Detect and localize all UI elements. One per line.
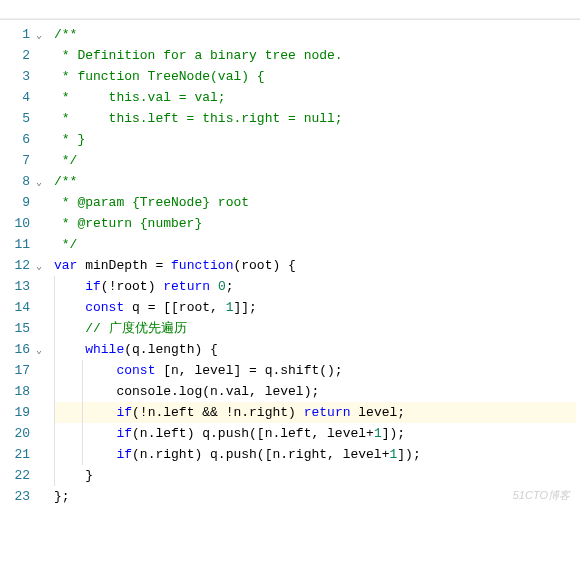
- line-number: 16⌄: [0, 339, 32, 360]
- line-number: 12⌄: [0, 255, 32, 276]
- code-line[interactable]: if(n.right) q.push([n.right, level+1]);: [54, 444, 576, 465]
- fold-chevron-icon[interactable]: ⌄: [36, 172, 42, 193]
- line-number: 21: [0, 444, 32, 465]
- code-line[interactable]: * function TreeNode(val) {: [54, 66, 576, 87]
- code-line[interactable]: if(!root) return 0;: [54, 276, 576, 297]
- line-number: 23: [0, 486, 32, 507]
- line-number: 3: [0, 66, 32, 87]
- code-content[interactable]: /** * Definition for a binary tree node.…: [38, 20, 580, 511]
- line-number: 13: [0, 276, 32, 297]
- watermark-text: 51CTO博客: [513, 487, 570, 505]
- code-line[interactable]: * this.val = val;: [54, 87, 576, 108]
- code-line[interactable]: // 广度优先遍历: [54, 318, 576, 339]
- code-line[interactable]: while(q.length) {: [54, 339, 576, 360]
- line-number: 2: [0, 45, 32, 66]
- code-line[interactable]: if(n.left) q.push([n.left, level+1]);: [54, 423, 576, 444]
- line-number: 7: [0, 150, 32, 171]
- line-number: 22: [0, 465, 32, 486]
- code-line[interactable]: */: [54, 150, 576, 171]
- line-number: 5: [0, 108, 32, 129]
- code-line[interactable]: var minDepth = function(root) {: [54, 255, 576, 276]
- line-number: 4: [0, 87, 32, 108]
- line-number: 14: [0, 297, 32, 318]
- code-line[interactable]: if(!n.left && !n.right) return level;: [54, 402, 576, 423]
- fold-chevron-icon[interactable]: ⌄: [36, 25, 42, 46]
- line-number: 8⌄: [0, 171, 32, 192]
- line-number: 9: [0, 192, 32, 213]
- code-line[interactable]: * @param {TreeNode} root: [54, 192, 576, 213]
- line-number: 20: [0, 423, 32, 444]
- code-line[interactable]: * }: [54, 129, 576, 150]
- line-number: 17: [0, 360, 32, 381]
- line-number-gutter: 1⌄2345678⌄9101112⌄13141516⌄1718192021222…: [0, 20, 38, 511]
- code-line[interactable]: * this.left = this.right = null;: [54, 108, 576, 129]
- line-number: 6: [0, 129, 32, 150]
- line-number: 11: [0, 234, 32, 255]
- editor-top-bar: [0, 0, 580, 19]
- line-number: 1⌄: [0, 24, 32, 45]
- code-line[interactable]: }: [54, 465, 576, 486]
- code-line[interactable]: console.log(n.val, level);: [54, 381, 576, 402]
- code-line[interactable]: const [n, level] = q.shift();: [54, 360, 576, 381]
- code-editor: 1⌄2345678⌄9101112⌄13141516⌄1718192021222…: [0, 19, 580, 511]
- line-number: 19: [0, 402, 32, 423]
- fold-chevron-icon[interactable]: ⌄: [36, 340, 42, 361]
- code-line[interactable]: const q = [[root, 1]];: [54, 297, 576, 318]
- code-line[interactable]: };: [54, 486, 576, 507]
- line-number: 15: [0, 318, 32, 339]
- line-number: 18: [0, 381, 32, 402]
- line-number: 10: [0, 213, 32, 234]
- fold-chevron-icon[interactable]: ⌄: [36, 256, 42, 277]
- code-line[interactable]: /**: [54, 24, 576, 45]
- code-line[interactable]: */: [54, 234, 576, 255]
- code-line[interactable]: /**: [54, 171, 576, 192]
- code-line[interactable]: * @return {number}: [54, 213, 576, 234]
- code-line[interactable]: * Definition for a binary tree node.: [54, 45, 576, 66]
